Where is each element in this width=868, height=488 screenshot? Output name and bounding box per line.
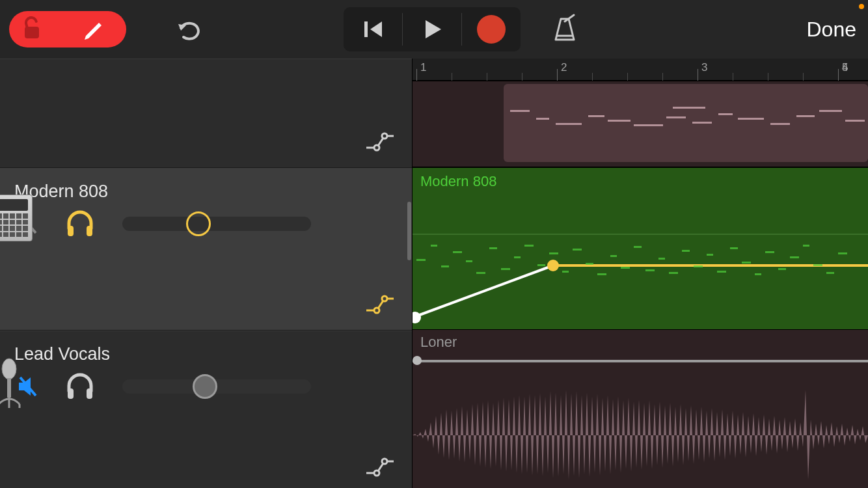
bar-number: 5 [842, 61, 848, 74]
svg-point-20 [382, 459, 387, 464]
automation-button[interactable] [365, 452, 395, 482]
midi-notes [504, 84, 868, 162]
undo-icon [174, 15, 203, 44]
edit-mode-toggle[interactable] [9, 11, 126, 47]
undo-button[interactable] [170, 11, 207, 47]
automation-button[interactable] [365, 127, 395, 157]
svg-rect-8 [87, 226, 92, 236]
svg-rect-1 [364, 21, 368, 37]
record-button[interactable] [462, 7, 521, 51]
instrument-icon[interactable] [0, 195, 33, 241]
svg-rect-15 [7, 378, 11, 398]
automation-icon [365, 132, 395, 152]
automation-icon [365, 295, 395, 314]
record-icon [477, 15, 506, 44]
automation-icon [365, 457, 395, 477]
bar-number: 1 [420, 61, 426, 74]
track-lane[interactable] [413, 81, 868, 167]
svg-point-5 [382, 133, 387, 139]
solo-button[interactable] [65, 209, 95, 239]
track-header[interactable] [0, 59, 412, 168]
top-toolbar: Done [0, 0, 868, 59]
svg-rect-13 [87, 388, 92, 399]
track-header-selected[interactable]: Modern 808 [0, 168, 412, 331]
play-button[interactable] [403, 7, 461, 51]
timeline-area[interactable]: 1 2 3 4 5 Modern 808 [413, 59, 868, 488]
metronome-button[interactable] [547, 11, 583, 47]
rewind-button[interactable] [344, 7, 402, 51]
svg-rect-7 [68, 226, 74, 236]
done-button[interactable]: Done [807, 18, 857, 42]
automation-button-active[interactable] [365, 290, 395, 319]
volume-thumb[interactable] [186, 211, 211, 236]
solo-button[interactable] [65, 372, 95, 401]
svg-point-23 [413, 312, 421, 323]
bar-number: 3 [701, 61, 707, 74]
track-header-panel: Modern 808 [0, 59, 413, 488]
svg-point-10 [382, 296, 387, 301]
play-icon [419, 16, 445, 42]
scroll-indicator[interactable] [407, 202, 411, 260]
headphones-icon [65, 209, 95, 239]
svg-point-14 [2, 359, 16, 379]
track-lane[interactable]: Loner [413, 329, 868, 488]
midi-region[interactable] [504, 84, 868, 162]
svg-rect-0 [25, 27, 39, 38]
volume-slider[interactable] [122, 379, 311, 394]
track-lane-selected[interactable]: Modern 808 [413, 167, 868, 329]
track-header[interactable]: Lead Vocals [0, 331, 412, 488]
timeline-ruler[interactable]: 1 2 3 4 5 [413, 59, 868, 81]
instrument-icon[interactable] [0, 357, 33, 404]
audio-waveform [413, 377, 868, 488]
svg-rect-12 [68, 388, 74, 399]
edit-lock-group [9, 11, 126, 47]
region-name: Loner [420, 334, 457, 351]
mic-indicator-icon [859, 4, 864, 9]
pencil-icon [81, 15, 107, 44]
automation-line[interactable] [413, 355, 868, 368]
volume-thumb[interactable] [193, 374, 217, 399]
svg-point-19 [374, 470, 379, 476]
svg-point-9 [374, 308, 379, 313]
midi-notes [413, 239, 868, 291]
metronome-icon [549, 14, 580, 45]
svg-point-4 [374, 145, 379, 150]
headphones-icon [65, 372, 95, 401]
volume-slider[interactable] [122, 217, 311, 231]
bar-number: 2 [561, 61, 567, 74]
unlock-icon [22, 16, 43, 42]
rewind-icon [360, 16, 386, 42]
automation-point[interactable] [413, 356, 422, 365]
transport-controls [344, 7, 521, 51]
